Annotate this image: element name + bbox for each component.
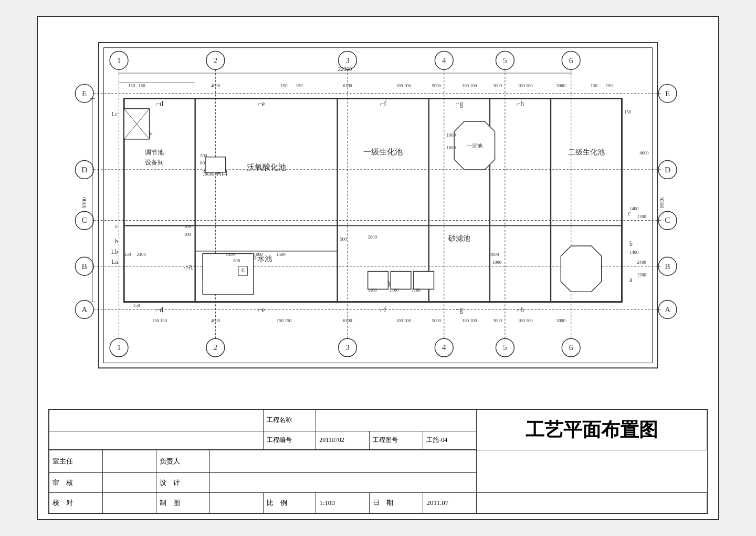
svg-text:砂滤池: 砂滤池 xyxy=(448,234,470,242)
svg-text:1500: 1500 xyxy=(226,252,235,257)
svg-text:150: 150 xyxy=(591,83,598,88)
svg-text:9300: 9300 xyxy=(81,197,87,208)
svg-text:D: D xyxy=(665,165,670,174)
svg-text:C: C xyxy=(665,216,670,225)
svg-text:⌐h: ⌐h xyxy=(517,100,524,108)
svg-text:2: 2 xyxy=(214,56,218,65)
svg-text:孔: 孔 xyxy=(241,268,245,273)
svg-text:2: 2 xyxy=(214,343,218,352)
svg-rect-0 xyxy=(99,43,657,368)
svg-text:A: A xyxy=(665,305,671,314)
svg-text:1160: 1160 xyxy=(390,287,399,293)
svg-text:La: La xyxy=(111,259,118,265)
svg-text:1600: 1600 xyxy=(447,145,456,150)
svg-text:2000: 2000 xyxy=(368,234,377,240)
svg-text:6: 6 xyxy=(569,56,573,65)
svg-text:1000: 1000 xyxy=(447,132,456,138)
svg-rect-1 xyxy=(104,48,653,363)
svg-text:⌐e: ⌐e xyxy=(258,306,265,314)
svg-text:5000: 5000 xyxy=(432,318,442,323)
svg-text:2400: 2400 xyxy=(136,252,146,257)
svg-text:⌐e: ⌐e xyxy=(258,100,265,108)
page: 1 2 3 4 5 6 1 2 3 4 5 xyxy=(37,16,719,520)
svg-text:4600: 4600 xyxy=(639,150,649,156)
svg-text:1500: 1500 xyxy=(276,252,286,257)
svg-text:100 100: 100 100 xyxy=(518,318,533,323)
svg-text:⌐f: ⌐f xyxy=(380,306,387,314)
svg-text:B: B xyxy=(665,262,670,271)
svg-text:150: 150 xyxy=(133,303,141,308)
title-block: 工程名称 工艺平面布置图 工程编号 20110702 工程图号 工施-04 室主… xyxy=(48,409,708,514)
svg-text:E: E xyxy=(82,89,87,98)
drawing-area: 1 2 3 4 5 6 1 2 3 4 5 xyxy=(48,27,708,404)
svg-text:设备间: 设备间 xyxy=(145,159,164,166)
svg-rect-173 xyxy=(205,157,226,172)
svg-text:Lb: Lb xyxy=(111,249,118,255)
svg-text:沃氧酸化池: 沃氧酸化池 xyxy=(247,162,286,171)
svg-text:3000: 3000 xyxy=(493,318,502,323)
svg-text:C: C xyxy=(82,216,87,225)
svg-text:⌐h: ⌐h xyxy=(517,306,524,314)
svg-text:⌐g: ⌐g xyxy=(456,306,464,314)
svg-text:150: 150 xyxy=(128,83,135,88)
svg-text:小孔: 小孔 xyxy=(184,265,193,270)
svg-text:二级生化池: 二级生化池 xyxy=(568,148,605,156)
svg-text:6100: 6100 xyxy=(343,318,352,323)
svg-text:150: 150 xyxy=(124,252,131,257)
svg-text:109: 109 xyxy=(184,224,191,229)
svg-text:⌐g: ⌐g xyxy=(456,100,464,108)
svg-text:4000: 4000 xyxy=(490,252,499,257)
svg-text:150: 150 xyxy=(139,83,146,88)
svg-text:150 150: 150 150 xyxy=(152,318,167,323)
svg-marker-90 xyxy=(561,246,601,292)
svg-text:4: 4 xyxy=(442,343,446,352)
svg-rect-92 xyxy=(391,271,411,289)
svg-text:100 100: 100 100 xyxy=(396,318,411,323)
svg-text:100 100: 100 100 xyxy=(462,83,477,88)
cad-svg: 1 2 3 4 5 6 1 2 3 4 5 xyxy=(48,27,708,404)
svg-text:D: D xyxy=(81,165,87,174)
svg-text:3: 3 xyxy=(345,343,350,352)
svg-text:9300: 9300 xyxy=(659,197,665,208)
svg-text:3000: 3000 xyxy=(556,318,566,323)
svg-text:100 100: 100 100 xyxy=(396,83,411,88)
svg-text:1: 1 xyxy=(117,56,121,65)
svg-rect-93 xyxy=(414,271,434,289)
svg-text:6: 6 xyxy=(569,343,573,352)
svg-text:a: a xyxy=(629,276,632,283)
svg-text:4: 4 xyxy=(442,56,446,65)
svg-text:A: A xyxy=(81,305,88,314)
svg-text:⌐d: ⌐d xyxy=(156,100,164,108)
svg-text:1400: 1400 xyxy=(629,250,639,255)
svg-text:3000: 3000 xyxy=(493,83,502,88)
svg-text:5: 5 xyxy=(503,343,507,352)
svg-text:1160: 1160 xyxy=(368,287,377,293)
svg-text:1300: 1300 xyxy=(637,214,646,219)
svg-text:⌐f: ⌐f xyxy=(380,100,387,108)
svg-text:1300: 1300 xyxy=(637,272,646,277)
svg-text:3000: 3000 xyxy=(556,83,566,88)
svg-text:500: 500 xyxy=(340,236,347,242)
svg-text:B: B xyxy=(82,262,87,271)
svg-text:150: 150 xyxy=(624,109,632,115)
svg-text:1: 1 xyxy=(117,343,121,352)
svg-text:22300: 22300 xyxy=(338,66,352,72)
svg-rect-91 xyxy=(368,271,388,289)
svg-text:⌐d: ⌐d xyxy=(156,306,164,314)
svg-text:1000: 1000 xyxy=(492,260,502,265)
svg-text:b: b xyxy=(115,238,118,245)
svg-text:Lc: Lc xyxy=(111,111,118,118)
svg-text:150: 150 xyxy=(280,83,288,88)
svg-text:一沉池: 一沉池 xyxy=(467,143,482,149)
svg-text:1160: 1160 xyxy=(412,287,421,293)
svg-text:b: b xyxy=(629,241,633,248)
svg-text:6100: 6100 xyxy=(343,83,352,88)
svg-text:1400: 1400 xyxy=(629,206,639,211)
svg-text:800: 800 xyxy=(233,258,240,263)
svg-text:1000: 1000 xyxy=(254,252,263,257)
svg-text:5: 5 xyxy=(503,56,507,65)
svg-text:3: 3 xyxy=(345,56,350,65)
svg-text:150 150: 150 150 xyxy=(277,318,292,323)
svg-text:100: 100 xyxy=(184,232,191,237)
svg-text:150: 150 xyxy=(606,83,613,88)
